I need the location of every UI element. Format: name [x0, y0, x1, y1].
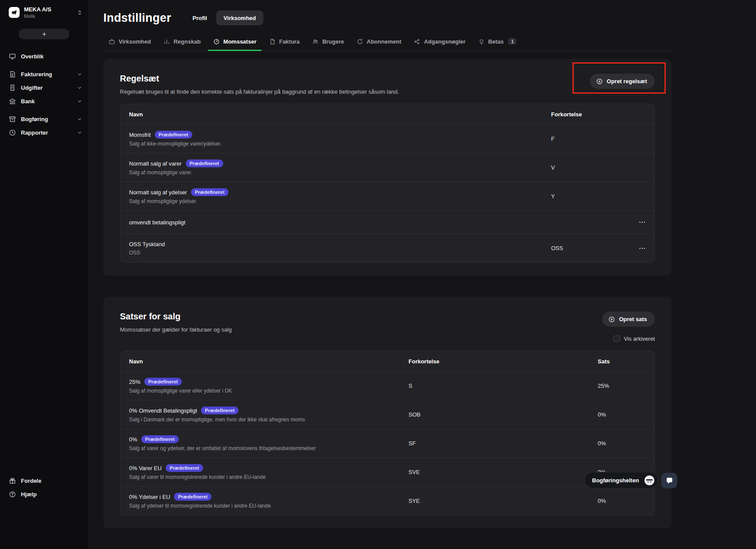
help-icon — [9, 491, 16, 498]
row-abbr: F — [551, 136, 630, 142]
tab-label: Brugere — [322, 38, 344, 45]
helper-avatar-icon — [644, 474, 655, 486]
row-subtitle: Salg af ydelser til momsregistrerede kun… — [129, 503, 409, 509]
tab-betas[interactable]: Betas 1 — [473, 34, 522, 51]
page-title: Indstillinger — [103, 11, 171, 25]
row-name: Normalt salg af ydelser — [129, 189, 187, 196]
row-abbr: Y — [551, 193, 630, 200]
sidebar-item-label: Bank — [21, 98, 35, 105]
chevron-down-icon — [77, 130, 82, 136]
table-row-normalt-salg-ydelser[interactable]: Normalt salg af ydelserPrædefineret Salg… — [120, 182, 654, 210]
button-label: Bogføringshelten — [592, 477, 639, 484]
tab-adgangsnoegler[interactable]: Adgangsnøgler — [409, 35, 470, 51]
table-row-0pct-ydelser-eu[interactable]: 0% Ydelser i EUPrædefineret Salg af ydel… — [120, 486, 654, 515]
predefined-badge: Prædefineret — [155, 131, 192, 139]
regelsaet-card: Regelsæt Regelsæt bruges til at finde de… — [103, 59, 671, 276]
org-subtitle: Melik — [24, 14, 72, 19]
vat-gauge-icon — [213, 38, 220, 45]
segment-profil[interactable]: Profil — [185, 10, 215, 25]
sidebar-item-fakturering[interactable]: Fakturering — [0, 68, 88, 81]
predefined-badge: Prædefineret — [174, 493, 211, 501]
table-row-0pct-fritaget[interactable]: 0%Prædefineret Salg af varer og ydelser,… — [120, 429, 654, 458]
button-label: Opret sats — [619, 316, 647, 322]
card-description: Momssatser der gælder for fakturaer og s… — [120, 326, 232, 333]
row-name: 25% — [129, 379, 140, 385]
button-label: Opret regelsæt — [607, 78, 647, 85]
access-keys-icon — [414, 38, 420, 45]
table-row-oss-tyskland[interactable]: OSS Tyskland OSS OSS — [120, 234, 654, 262]
tab-momssatser[interactable]: Momssatser — [208, 35, 262, 51]
sidebar: MEKA A/S Melik Overblik Fakturering Udgi… — [0, 0, 88, 549]
tab-brugere[interactable]: Brugere — [307, 35, 349, 51]
row-name: OSS Tyskland — [129, 241, 165, 247]
column-forkortelse: Forkortelse — [409, 358, 598, 365]
segment-virksomhed[interactable]: Virksomhed — [216, 10, 263, 25]
row-subtitle: OSS — [129, 250, 551, 256]
users-icon — [312, 38, 319, 45]
table-row-0pct-varer-eu[interactable]: 0% Varer EUPrædefineret Salg af varer ti… — [120, 458, 654, 486]
bogfoeringshelten-button[interactable]: Bogføringshelten — [585, 472, 658, 488]
sidebar-item-label: Udgifter — [21, 85, 43, 91]
regelsaet-table: Navn Forkortelse MomsfritPrædefineret Sa… — [120, 104, 655, 263]
table-row-momsfrit[interactable]: MomsfritPrædefineret Salg af ikke-momspl… — [120, 124, 654, 153]
company-logo — [9, 7, 20, 18]
tab-abonnement[interactable]: Abonnement — [351, 35, 406, 51]
chat-launcher-button[interactable] — [661, 473, 677, 488]
chevron-down-icon — [77, 71, 82, 77]
column-forkortelse: Forkortelse — [551, 111, 630, 118]
vis-arkiveret-label: Vis arkiveret — [624, 336, 655, 342]
predefined-badge: Prædefineret — [166, 464, 203, 472]
opret-sats-button[interactable]: Opret sats — [602, 312, 655, 327]
create-new-button[interactable] — [19, 29, 69, 39]
chevron-down-icon — [77, 98, 82, 104]
org-switcher[interactable]: MEKA A/S Melik — [0, 5, 88, 19]
row-rate: 25% — [598, 383, 654, 389]
tab-faktura[interactable]: Faktura — [264, 35, 305, 51]
tab-label: Virksomhed — [119, 38, 151, 45]
circle-plus-icon — [596, 78, 603, 85]
sidebar-item-hjaelp[interactable]: Hjælp — [0, 488, 88, 501]
table-header: Navn Forkortelse Sats — [120, 351, 654, 371]
predefined-badge: Prædefineret — [201, 407, 238, 414]
sidebar-item-label: Rapporter — [21, 129, 48, 136]
row-name: 0% Varer EU — [129, 465, 162, 471]
sidebar-item-rapporter[interactable]: Rapporter — [0, 126, 88, 139]
sidebar-item-bank[interactable]: Bank — [0, 95, 88, 108]
subscription-icon — [357, 38, 363, 45]
table-row-normalt-salg-varer[interactable]: Normalt salg af varerPrædefineret Salg a… — [120, 153, 654, 182]
opret-regelsaet-button[interactable]: Opret regelsæt — [590, 74, 655, 89]
sidebar-item-overblik[interactable]: Overblik — [0, 50, 88, 63]
tab-label: Abonnement — [367, 38, 401, 45]
vis-arkiveret-checkbox[interactable] — [613, 336, 620, 342]
card-title: Satser for salg — [120, 312, 232, 322]
row-menu-button[interactable] — [636, 216, 649, 229]
satser-table: Navn Forkortelse Sats 25%Prædefineret Sa… — [120, 351, 655, 515]
predefined-badge: Prædefineret — [141, 435, 179, 443]
expenses-icon — [9, 84, 16, 92]
bookkeeping-icon — [9, 115, 16, 123]
row-subtitle: Salg af ikke-momspligtige varer/ydelser. — [129, 141, 551, 147]
table-row-25pct[interactable]: 25%Prædefineret Salg af momspligtige var… — [120, 371, 654, 400]
row-rate: 0% — [598, 411, 654, 418]
more-dots-icon — [638, 244, 646, 252]
sidebar-nav: Overblik Fakturering Udgifter Bank Bogfø… — [0, 50, 88, 139]
row-abbr: OSS — [551, 245, 630, 251]
row-subtitle: Salg af varer og ydelser, der er omfatte… — [129, 445, 409, 451]
row-menu-button[interactable] — [636, 242, 649, 255]
tab-regnskab[interactable]: Regnskab — [158, 35, 206, 51]
row-subtitle: Salg af varer til momsregistrerede kunde… — [129, 474, 409, 480]
sidebar-item-bogfoering[interactable]: Bogføring — [0, 112, 88, 126]
sidebar-item-fordele[interactable]: Fordele — [0, 474, 88, 488]
accounting-icon — [163, 38, 170, 45]
table-row-0pct-omvendt[interactable]: 0% Omvendt BetalingspligtPrædefineret Sa… — [120, 400, 654, 429]
betas-count-badge: 1 — [508, 38, 517, 45]
tab-virksomhed[interactable]: Virksomhed — [103, 35, 156, 51]
document-icon — [269, 38, 276, 45]
beta-bulb-icon — [478, 38, 485, 45]
sidebar-item-udgifter[interactable]: Udgifter — [0, 81, 88, 95]
predefined-badge: Prædefineret — [191, 188, 228, 196]
row-subtitle: Salg af momspligtige varer eller ydelser… — [129, 388, 409, 394]
column-navn: Navn — [120, 358, 409, 365]
row-name: omvendt betalingspligt — [129, 219, 185, 226]
table-row-omvendt-betalingspligt[interactable]: omvendt betalingspligt — [120, 210, 654, 234]
